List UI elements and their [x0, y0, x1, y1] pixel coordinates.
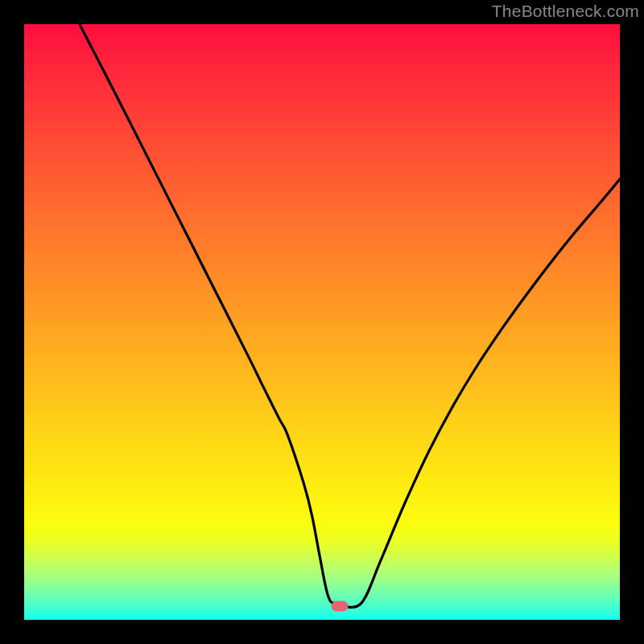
- optimal-point-marker: [332, 601, 349, 611]
- bottleneck-curve: [24, 24, 620, 620]
- chart-frame: TheBottleneck.com: [0, 0, 644, 644]
- plot-area: [24, 24, 620, 620]
- curve-path: [80, 24, 620, 607]
- watermark-text: TheBottleneck.com: [492, 2, 639, 21]
